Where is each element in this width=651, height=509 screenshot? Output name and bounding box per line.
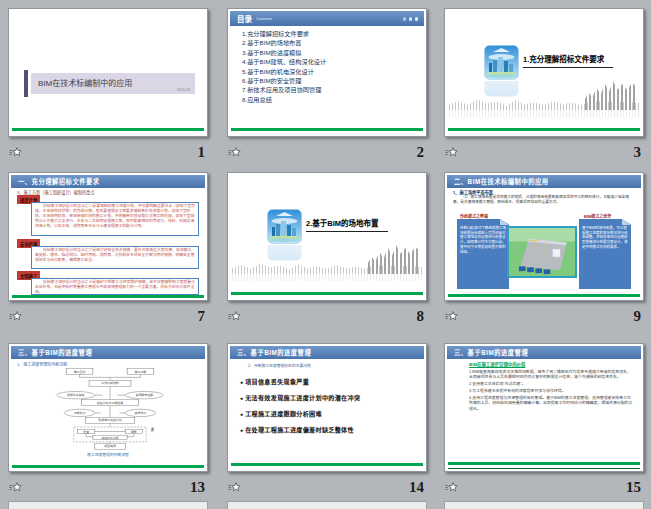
toc-subtitle: Contents xyxy=(256,16,272,21)
animation-star-icon[interactable] xyxy=(228,481,241,494)
slide-subtitle: 2、传统施工进度管理存在的主要问题 xyxy=(248,363,311,368)
svg-text:工期优化: 工期优化 xyxy=(74,411,86,414)
thumbnail-footer: 3 xyxy=(444,142,642,162)
note-text: 基于BIM的场地布置，可以根据施工进度的变化情况进行动态调整，并结合场地与设施模… xyxy=(582,226,628,249)
slide-thumbnail-7[interactable]: 一、充分理解招标文件要求 3、施工方案（施工组织设计）编制的重点 进度计划 投标… xyxy=(8,172,208,301)
slide-header-bar: 二、BIM在技术标编制中的应用 xyxy=(447,175,641,188)
icon-reflection xyxy=(267,245,302,261)
toc-item: 5.基于BIM的机电深化设计 xyxy=(242,69,326,75)
slide-accent-line-secondary xyxy=(448,468,640,469)
site-aerial-image xyxy=(507,226,577,278)
slide-number: 14 xyxy=(409,479,424,496)
slide-thumbnail-9[interactable]: 二、BIM在技术标编制中的应用 1、施工场地平面布置 （1）施工场地布置是项目施… xyxy=(444,172,644,301)
svg-text:形成施工进度计划: 形成施工进度计划 xyxy=(98,419,122,422)
thumbnail-footer: 1 xyxy=(8,142,206,162)
thumbnail-footer: 13 xyxy=(8,477,206,497)
slide-sorter-view: BIM在技术标编制中的应用 2016.09 1 目录 Contents xyxy=(0,0,651,509)
slide-cell-3: 1.充分理解招标文件要求 3 xyxy=(444,8,642,162)
thumbnail-footer: 9 xyxy=(444,306,642,326)
slide-thumbnail-13[interactable]: 三、基于BIM的进度管理 1、施工进度管理的传统流程 施工图纸 施工工期 工作分… xyxy=(8,343,208,472)
toc-title: 目录 xyxy=(237,13,252,24)
folded-corner xyxy=(500,219,509,225)
slide-cell-2: 目录 Contents 1.充分理解招标文件要求 2.基于BIM的场地布置 3.… xyxy=(227,8,425,162)
toc-item: 1.充分理解招标文件要求 xyxy=(242,31,326,37)
svg-text:逻辑关系确定: 逻辑关系确定 xyxy=(67,394,85,397)
slide-accent-line xyxy=(448,294,640,297)
skyline-reflection xyxy=(232,274,422,281)
bullet-item: 工程施工进度跟踪分析困难 xyxy=(240,409,422,418)
toc-item: 8.应用总结 xyxy=(242,97,326,103)
slide-thumbnail-15[interactable]: 三、基于BIM的进度管理 BIM在施工进度管理中的价值 1.BIM能直观高效地表… xyxy=(444,343,644,472)
note-text: 传统CAD模式下静态的施工场地布置是由编制人员凭经验对施工场地各项设施进行布置设… xyxy=(460,226,506,254)
title-accent-bar xyxy=(24,70,28,97)
animation-star-icon[interactable] xyxy=(9,310,22,323)
slide-cell-1: BIM在技术标编制中的应用 2016.09 1 xyxy=(8,8,206,162)
paragraph: 2.支持施工主体实现“先试后建”。 xyxy=(469,381,633,386)
folded-corner xyxy=(622,219,631,225)
slide-number: 8 xyxy=(417,308,425,325)
svg-text:项目完成: 项目完成 xyxy=(104,445,116,448)
svg-text:循环: 循环 xyxy=(150,427,154,433)
slide-accent-line xyxy=(231,292,423,295)
skyline-reflection xyxy=(449,110,639,117)
svg-text:施工工期: 施工工期 xyxy=(135,370,147,373)
slide-cell-15: 三、基于BIM的进度管理 BIM在施工进度管理中的价值 1.BIM能直观高效地表… xyxy=(444,343,642,497)
slide-accent-line xyxy=(12,465,204,468)
svg-text:调整: 调整 xyxy=(131,430,137,433)
toc-item: 2.基于BIM的场地布置 xyxy=(242,40,326,46)
animation-star-icon[interactable] xyxy=(445,481,458,494)
slide-cell-13: 三、基于BIM的进度管理 1、施工进度管理的传统流程 施工图纸 施工工期 工作分… xyxy=(8,343,206,497)
slide-thumbnail-partial[interactable] xyxy=(8,501,208,509)
icon-reflection xyxy=(484,81,519,97)
toc-item: 4.基于BIM建筑、结构深化设计 xyxy=(242,59,326,65)
value-heading: BIM在施工进度管理中的价值 xyxy=(469,361,525,367)
slide-accent-line xyxy=(448,128,640,131)
slide-number: 9 xyxy=(634,308,642,325)
slide-thumbnail-partial[interactable] xyxy=(444,501,644,509)
svg-text:进度对比分析: 进度对比分析 xyxy=(101,436,119,439)
thumbnail-footer: 15 xyxy=(444,477,642,497)
note-label: BIM模式之优势 xyxy=(584,213,611,219)
bullet-item: 项目信息丢失现象严重 xyxy=(240,377,422,386)
slide-number: 13 xyxy=(190,479,205,496)
slide-number: 7 xyxy=(198,308,206,325)
dot-icon xyxy=(409,17,413,21)
slide-thumbnail-partial[interactable] xyxy=(227,501,427,509)
slide-thumbnail-2[interactable]: 目录 Contents 1.充分理解招标文件要求 2.基于BIM的场地布置 3.… xyxy=(227,8,427,137)
flowchart: 施工图纸 施工工期 工作分解结构 逻辑关系确定 资源需求估算 进度计划与工期估算… xyxy=(51,367,169,450)
slide-cell-8: 2.基于BIM的场地布置 8 xyxy=(227,172,425,326)
thumbnail-footer: 7 xyxy=(8,306,206,326)
title-band: BIM在技术标编制中的应用 2016.09 xyxy=(31,73,195,94)
content-box: 投标施工组织设计的重点之二是要编制好施工进度计划，不仅要明确重要节点（如地下室完… xyxy=(31,202,199,236)
bullet-item: 在处理工程施工进度偏差时缺乏整体性 xyxy=(240,425,422,434)
animation-star-icon[interactable] xyxy=(445,146,458,159)
thumbnail-footer: 2 xyxy=(227,142,425,162)
animation-star-icon[interactable] xyxy=(9,481,22,494)
slide-thumbnail-3[interactable]: 1.充分理解招标文件要求 xyxy=(444,8,644,137)
city-sky-icon xyxy=(267,209,302,244)
slide-accent-line xyxy=(448,462,640,465)
slide-number: 15 xyxy=(626,479,641,496)
section-title: 2.基于BIM的场地布置 xyxy=(306,217,388,232)
note-shape: 基于BIM的场地布置，可以根据施工进度的变化情况进行动态调整，并结合场地与设施模… xyxy=(579,219,631,289)
slide-header-bar: 目录 Contents xyxy=(230,11,424,26)
animation-star-icon[interactable] xyxy=(445,310,458,323)
presentation-title: BIM在技术标编制中的应用 xyxy=(31,73,195,94)
animation-star-icon[interactable] xyxy=(9,146,22,159)
svg-text:资源优化: 资源优化 xyxy=(135,411,147,414)
thumbnail-footer: 14 xyxy=(227,477,425,497)
slide-accent-line xyxy=(231,463,423,466)
toc-item: 6.基于BIM的安全管理 xyxy=(242,78,326,84)
slide-thumbnail-8[interactable]: 2.基于BIM的场地布置 xyxy=(227,172,427,301)
animation-star-icon[interactable] xyxy=(228,310,241,323)
bullet-list: 项目信息丢失现象严重 无法有效发现施工进度计划中的潜在冲突 工程施工进度跟踪分析… xyxy=(240,377,422,441)
slide-thumbnail-14[interactable]: 三、基于BIM的进度管理 2、传统施工进度管理存在的主要问题 项目信息丢失现象严… xyxy=(227,343,427,472)
slide-number: 3 xyxy=(634,144,642,161)
content-box: 投标施工组织设计的重点之六是制订好安全技术措施，要针对现场重大危险源，如深基坑、… xyxy=(31,246,199,269)
slide-thumbnail-1[interactable]: BIM在技术标编制中的应用 2016.09 xyxy=(8,8,208,137)
animation-star-icon[interactable] xyxy=(228,146,241,159)
dot-icon xyxy=(403,17,407,21)
svg-text:工作分解结构: 工作分解结构 xyxy=(101,382,119,385)
content-box: 投标施工组织设计的重点之七是做好文明施工与环境保护措施，这不仅直接影响工程质量与… xyxy=(31,278,199,295)
paragraph: 3.为工程参建主体提供有效的进度信息共享与协作环境。 xyxy=(469,388,633,393)
